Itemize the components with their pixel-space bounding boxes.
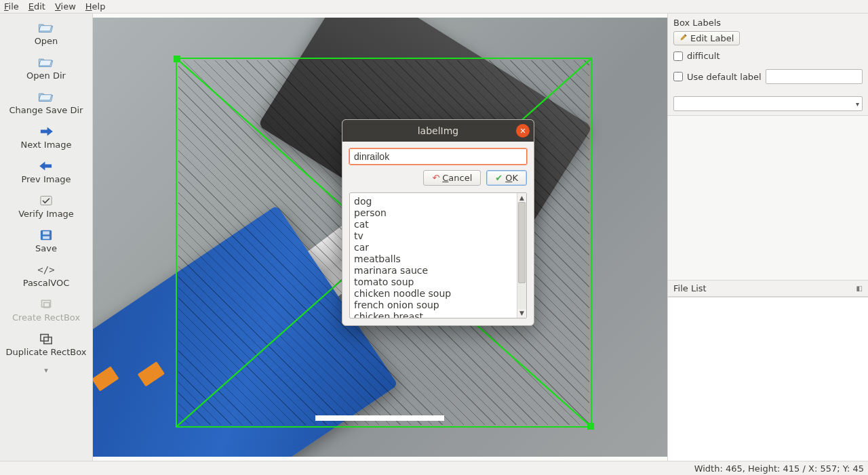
menu-file-rest: ile (9, 1, 19, 12)
duplicate-rectbox-button[interactable]: Duplicate RectBox (2, 327, 90, 360)
default-label-input[interactable] (766, 69, 863, 84)
arrow-left-icon (37, 158, 55, 174)
file-list-collapse-icon[interactable]: ◧ (856, 285, 863, 292)
bbox-handle-top-left[interactable] (174, 56, 180, 62)
use-default-label-checkbox[interactable] (673, 72, 683, 81)
svg-rect-2 (43, 231, 50, 234)
folder-open-dir-icon (37, 54, 55, 70)
listbox-scrollbar[interactable]: ▲ ▼ (517, 193, 526, 318)
menu-help[interactable]: Help (85, 1, 106, 12)
check-icon: ✔ (495, 173, 502, 183)
duplicate-rect-label: Duplicate RectBox (6, 347, 87, 357)
open-label: Open (35, 36, 58, 46)
change-save-dir-button[interactable]: Change Save Dir (2, 85, 90, 119)
svg-rect-0 (41, 197, 52, 205)
format-icon: </> (37, 262, 54, 278)
prev-image-label: Prev Image (21, 174, 71, 184)
difficult-label: difficult (687, 51, 720, 61)
save-button[interactable]: Save (2, 224, 90, 257)
next-image-button[interactable]: Next Image (2, 120, 90, 153)
label-combo[interactable]: ▾ (673, 96, 863, 111)
label-option[interactable]: tomato soup (354, 276, 513, 288)
verify-image-label: Verify Image (18, 209, 74, 219)
label-option[interactable]: meatballs (354, 253, 513, 265)
label-option[interactable]: chicken breast (354, 311, 513, 318)
pencil-icon (679, 33, 688, 43)
menubar: File Edit View Help (0, 0, 868, 14)
format-label: PascalVOC (23, 278, 70, 288)
svg-rect-3 (43, 236, 50, 239)
open-button[interactable]: Open (2, 16, 90, 49)
arrow-right-icon (37, 123, 55, 140)
left-toolbar: Open Open Dir Change Save Dir Next Image… (0, 14, 93, 461)
file-list-header: File List ◧ (668, 281, 868, 297)
label-option[interactable]: french onion soup (354, 300, 513, 311)
folder-open-icon (37, 20, 55, 36)
status-text: Width: 465, Height: 415 / X: 557; Y: 45 (694, 463, 864, 474)
box-labels-title: Box Labels (673, 18, 863, 28)
statusbar: Width: 465, Height: 415 / X: 557; Y: 45 (0, 461, 868, 475)
edit-label-text: Edit Label (690, 33, 734, 43)
save-icon (37, 227, 55, 243)
label-options-items[interactable]: dogpersoncattvcarmeatballsmarinara sauce… (350, 193, 517, 318)
file-list-body[interactable] (668, 297, 868, 461)
save-label: Save (35, 243, 57, 253)
verify-icon (37, 192, 55, 209)
edit-label-button[interactable]: Edit Label (673, 31, 740, 45)
menu-view[interactable]: View (55, 1, 76, 12)
scroll-track[interactable] (517, 202, 526, 309)
create-rect-label: Create RectBox (12, 312, 80, 323)
create-rectbox-button: Create RectBox (2, 293, 90, 326)
label-option[interactable]: chicken noodle soup (354, 288, 513, 300)
label-option[interactable]: cat (354, 219, 513, 230)
box-labels-section: Box Labels Edit Label difficult (668, 14, 868, 65)
dialog-titlebar[interactable]: labelImg ✕ (342, 120, 534, 142)
format-button[interactable]: </> PascalVOC (2, 258, 90, 291)
cancel-button[interactable]: ↶ Cancel (423, 170, 481, 186)
close-icon[interactable]: ✕ (516, 124, 530, 138)
label-option[interactable]: tv (354, 230, 513, 242)
label-list-area (668, 115, 868, 281)
verify-image-button[interactable]: Verify Image (2, 189, 90, 222)
label-option[interactable]: marinara sauce (354, 265, 513, 276)
prev-image-button[interactable]: Prev Image (2, 154, 90, 188)
menu-edit[interactable]: Edit (28, 1, 45, 12)
undo-icon: ↶ (432, 173, 439, 183)
scroll-down-icon[interactable]: ▼ (519, 309, 524, 317)
bbox-handle-bottom-right[interactable] (587, 423, 594, 430)
open-dir-label: Open Dir (26, 70, 66, 81)
folder-save-icon (37, 89, 55, 105)
label-option[interactable]: dog (354, 196, 513, 207)
label-input[interactable] (349, 148, 527, 165)
dialog-title: labelImg (418, 125, 459, 136)
scroll-thumb[interactable] (518, 202, 526, 283)
change-save-dir-label: Change Save Dir (9, 105, 83, 115)
file-list-title: File List (673, 283, 707, 293)
use-default-label-text: Use default label (687, 72, 762, 82)
toolbar-expand-icon[interactable]: ▾ (44, 366, 48, 375)
difficult-checkbox-row[interactable]: difficult (673, 51, 863, 61)
ok-button[interactable]: ✔ OK (486, 170, 527, 186)
label-option[interactable]: car (354, 242, 513, 253)
create-rect-icon (37, 296, 55, 312)
open-dir-button[interactable]: Open Dir (2, 51, 90, 84)
duplicate-icon (37, 331, 55, 347)
label-option[interactable]: person (354, 207, 513, 219)
chevron-down-icon: ▾ (856, 100, 859, 108)
next-image-label: Next Image (20, 140, 71, 150)
use-default-label-row[interactable]: Use default label (673, 72, 762, 82)
menu-file[interactable]: File (4, 1, 19, 12)
label-dialog: labelImg ✕ ↶ Cancel ✔ OK dogpersoncattvc… (342, 119, 534, 326)
label-options-listbox[interactable]: dogpersoncattvcarmeatballsmarinara sauce… (349, 192, 527, 318)
difficult-checkbox[interactable] (673, 51, 683, 61)
right-panel: Box Labels Edit Label difficult Use defa… (667, 14, 868, 461)
scroll-up-icon[interactable]: ▲ (519, 194, 524, 202)
